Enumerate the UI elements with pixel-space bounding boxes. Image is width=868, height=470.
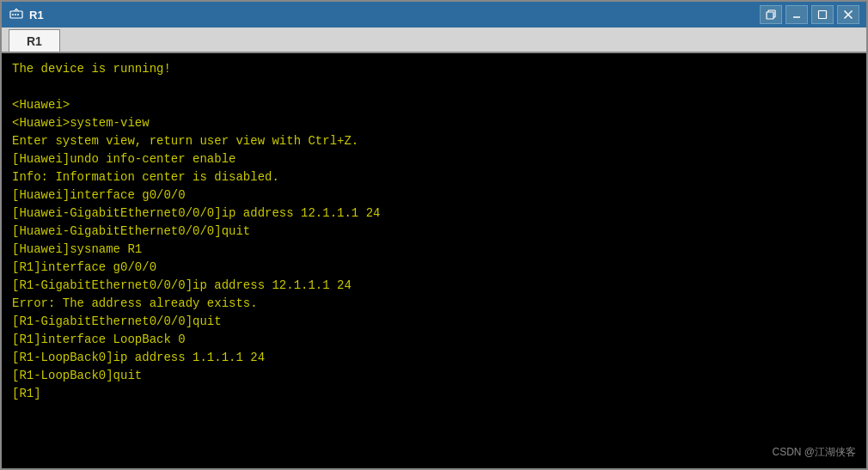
terminal-line: [R1-LoopBack0]ip address 1.1.1.1 24 (12, 349, 856, 367)
close-button[interactable] (837, 5, 859, 24)
title-bar-controls (760, 5, 859, 24)
svg-rect-10 (819, 11, 827, 19)
terminal-line: <Huawei>system-view (12, 114, 856, 132)
restore-button[interactable] (760, 5, 782, 24)
terminal-line: [Huawei-GigabitEthernet0/0/0]ip address … (12, 204, 856, 223)
tab-bar: R1 (2, 27, 866, 53)
terminal-line: [R1]interface g0/0/0 (12, 259, 856, 277)
svg-point-1 (12, 14, 14, 15)
title-bar-left: R1 (9, 7, 44, 22)
svg-point-3 (17, 14, 19, 15)
terminal-line: [R1-GigabitEthernet0/0/0]ip address 12.1… (12, 277, 856, 295)
terminal-line: [R1]interface LoopBack 0 (12, 331, 856, 349)
terminal-line: [R1-LoopBack0]quit (12, 367, 856, 385)
main-window: R1 (0, 0, 868, 470)
router-icon (9, 7, 24, 22)
terminal-line: [Huawei-GigabitEthernet0/0/0]quit (12, 223, 856, 241)
svg-point-2 (15, 14, 16, 15)
terminal-line (12, 78, 856, 96)
terminal-line: The device is running! (12, 60, 856, 78)
minimize-button[interactable] (785, 5, 808, 24)
terminal-content: The device is running! <Huawei> <Huawei>… (12, 60, 856, 403)
svg-rect-8 (767, 12, 773, 19)
maximize-button[interactable] (811, 5, 834, 24)
terminal-line: [Huawei]sysname R1 (12, 241, 856, 259)
terminal-line: [R1-GigabitEthernet0/0/0]quit (12, 313, 856, 331)
terminal-line: Info: Information center is disabled. (12, 168, 856, 186)
terminal-line: [R1] (12, 385, 856, 403)
tab-r1[interactable]: R1 (9, 29, 60, 52)
title-bar: R1 (2, 2, 866, 27)
terminal-line: [Huawei]interface g0/0/0 (12, 186, 856, 204)
watermark: CSDN @江湖侠客 (772, 445, 856, 460)
window-title: R1 (29, 9, 44, 21)
terminal-line: Enter system view, return user view with… (12, 132, 856, 150)
terminal-line: <Huawei> (12, 96, 856, 114)
terminal-line: Error: The address already exists. (12, 295, 856, 313)
terminal-area: The device is running! <Huawei> <Huawei>… (2, 53, 866, 468)
terminal-line: [Huawei]undo info-center enable (12, 150, 856, 168)
